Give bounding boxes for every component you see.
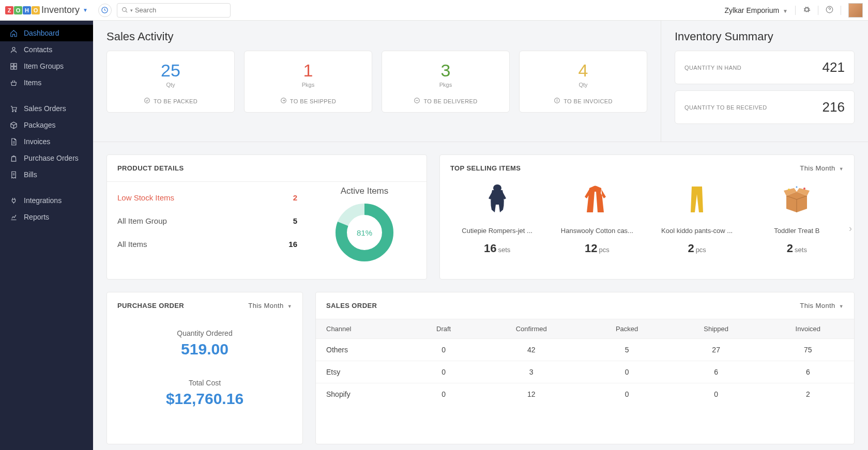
topbar: ZOHO Inventory ▼ ▾ Zylkar Emporium ▼ [0, 0, 868, 21]
filter-dropdown[interactable]: This Month ▼ [248, 302, 292, 309]
item-qty: 2pcs [651, 242, 743, 255]
table-cell: 0 [408, 339, 479, 361]
divider [795, 6, 796, 15]
total-cost-label: Total Cost [117, 379, 292, 387]
top-selling-item[interactable]: Kool kiddo pants-cow ...2pcs [648, 181, 746, 255]
product-detail-row[interactable]: All Item Group5 [117, 209, 297, 232]
table-cell: 0 [408, 383, 479, 406]
table-cell: 6 [671, 361, 762, 383]
sidebar-item-items[interactable]: Items [0, 74, 93, 91]
inventory-summary-section: Inventory Summary QUANTITY IN HAND421QUA… [661, 21, 868, 142]
item-name: Toddler Treat B [751, 227, 843, 235]
app-logo[interactable]: ZOHO Inventory ▼ [5, 5, 88, 15]
recent-activity-button[interactable] [98, 4, 112, 17]
qty-ordered-label: Quantity Ordered [117, 329, 292, 337]
sidebar-item-reports[interactable]: Reports [0, 209, 93, 225]
filter-dropdown[interactable]: This Month ▼ [800, 164, 844, 172]
sidebar-item-integrations[interactable]: Integrations [0, 192, 93, 209]
help-button[interactable] [826, 6, 833, 15]
table-row[interactable]: Shopify012002 [316, 383, 854, 406]
sales-card[interactable]: 25QtyTO BE PACKED [106, 51, 235, 113]
top-selling-item[interactable]: Toddler Treat B2sets [748, 181, 846, 255]
item-image [751, 181, 843, 218]
sales-order-table: ChannelDraftConfirmedPackedShippedInvoic… [316, 319, 854, 405]
svg-point-9 [145, 98, 150, 103]
caret-down-icon: ▼ [839, 304, 844, 309]
settings-button[interactable] [803, 6, 811, 15]
sidebar-item-bills[interactable]: Bills [0, 166, 93, 183]
product-detail-row[interactable]: All Items16 [117, 232, 297, 256]
divider [818, 6, 818, 15]
card-value: 4 [525, 60, 642, 81]
search-icon [121, 7, 128, 13]
sidebar-item-contacts[interactable]: Contacts [0, 41, 93, 58]
table-row[interactable]: Etsy03066 [316, 361, 854, 383]
sidebar-item-sales-orders[interactable]: Sales Orders [0, 100, 93, 117]
sales-order-panel: SALES ORDER This Month ▼ ChannelDraftCon… [315, 292, 855, 444]
table-cell: 3 [479, 361, 584, 383]
item-image [551, 181, 643, 218]
sales-card[interactable]: 1PkgsTO BE SHIPPED [244, 51, 372, 113]
table-cell: 0 [671, 383, 762, 406]
nav-label: Items [24, 79, 41, 87]
next-button[interactable]: › [849, 223, 852, 234]
table-header: Invoiced [762, 319, 854, 339]
svg-rect-6 [14, 67, 17, 69]
label: QUANTITY TO BE RECEIVED [684, 104, 767, 111]
basket-icon [9, 79, 18, 87]
table-header: Shipped [671, 319, 762, 339]
card-unit: Pkgs [250, 82, 367, 88]
panel-header: TOP SELLING ITEMS This Month ▼ [440, 155, 854, 181]
table-row[interactable]: Others04252775 [316, 339, 854, 361]
value: 216 [823, 99, 845, 115]
card-value: 25 [112, 60, 229, 81]
caret-down-icon: ▼ [83, 7, 88, 13]
app-name: Inventory [41, 5, 80, 15]
table-cell: Etsy [316, 361, 408, 383]
panel-header: SALES ORDER This Month ▼ [316, 292, 854, 319]
card-unit: Qty [112, 82, 229, 88]
card-unit: Pkgs [387, 82, 504, 88]
chevron-right-icon: › [849, 223, 852, 234]
main-content: Sales Activity 25QtyTO BE PACKED1PkgsTO … [93, 21, 868, 450]
product-detail-row[interactable]: Low Stock Items2 [117, 186, 297, 209]
bag-icon [9, 154, 18, 162]
divider [841, 6, 841, 15]
nav-label: Contacts [24, 45, 52, 54]
nav-label: Reports [24, 213, 49, 221]
sidebar-item-dashboard[interactable]: Dashboard [0, 25, 93, 41]
top-selling-item[interactable]: Hanswooly Cotton cas...12pcs [548, 181, 646, 255]
product-details-panel: PRODUCT DETAILS Low Stock Items2All Item… [106, 154, 427, 280]
item-name: Cutiepie Rompers-jet ... [451, 227, 543, 235]
search-box[interactable]: ▾ [117, 3, 231, 18]
sidebar-item-purchase-orders[interactable]: Purchase Orders [0, 150, 93, 166]
avatar[interactable] [848, 3, 863, 18]
top-selling-item[interactable]: Cutiepie Rompers-jet ...16sets [448, 181, 546, 255]
nav-label: Packages [24, 121, 55, 129]
svg-point-7 [12, 111, 13, 112]
sidebar-item-packages[interactable]: Packages [0, 117, 93, 133]
table-cell: 6 [762, 361, 854, 383]
svg-point-2 [12, 47, 15, 50]
org-switcher[interactable]: Zylkar Emporium ▼ [724, 6, 788, 14]
table-cell: Others [316, 339, 408, 361]
file-icon [9, 138, 18, 146]
sidebar-item-item-groups[interactable]: Item Groups [0, 58, 93, 74]
card-label: TO BE SHIPPED [250, 97, 367, 105]
search-input[interactable] [135, 6, 226, 14]
nav-label: Dashboard [24, 29, 59, 37]
label: All Item Group [117, 216, 167, 225]
svg-point-18 [796, 186, 798, 188]
item-qty: 2sets [751, 242, 843, 255]
table-cell: 2 [762, 383, 854, 406]
sidebar-item-invoices[interactable]: Invoices [0, 133, 93, 150]
svg-rect-4 [14, 63, 17, 66]
sales-card[interactable]: 4QtyTO BE INVOICED [519, 51, 647, 113]
nav-label: Purchase Orders [24, 154, 79, 162]
home-icon [9, 29, 18, 37]
svg-point-8 [15, 111, 16, 112]
sales-card[interactable]: 3PkgsTO BE DELIVERED [382, 51, 510, 113]
filter-dropdown[interactable]: This Month ▼ [800, 302, 844, 309]
status-icon [414, 97, 420, 105]
section-title: Inventory Summary [675, 30, 855, 43]
